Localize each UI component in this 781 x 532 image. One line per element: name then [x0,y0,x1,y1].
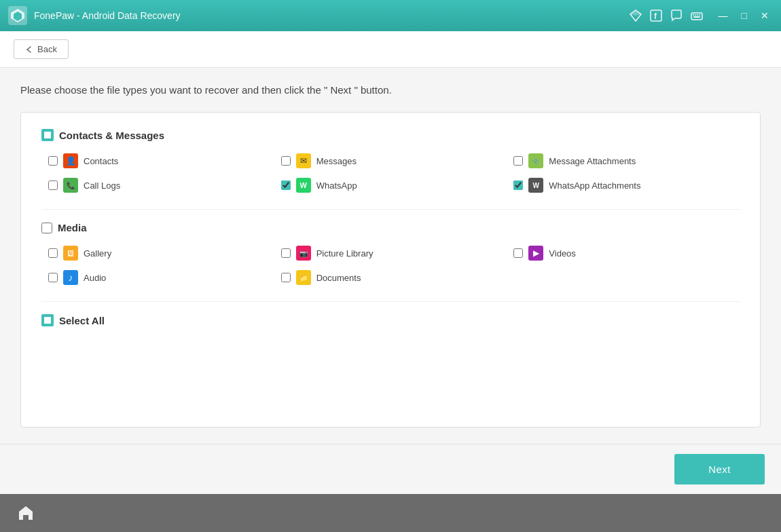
documents-icon: 📁 [296,270,311,285]
picture-library-item: 📷 Picture Library [281,246,507,261]
audio-label: Audio [84,273,106,283]
select-all-divider [41,301,740,302]
contacts-messages-indicator [41,129,54,141]
instruction-text: Please choose the file types you want to… [20,84,761,96]
message-attachments-label: Message Attachments [549,156,636,166]
picture-library-checkbox[interactable] [281,248,291,258]
window-controls[interactable]: — □ ✕ [714,9,773,22]
messages-icon: ✉ [296,153,311,168]
contacts-label: Contacts [84,156,118,166]
diamond-icon [629,9,642,22]
messages-checkbox[interactable] [281,156,291,166]
svg-text:f: f [654,12,657,21]
contacts-icon: 👤 [63,153,78,168]
footer-bar [0,494,781,532]
maximize-button[interactable]: □ [738,9,751,22]
call-logs-label: Call Logs [84,180,120,191]
videos-label: Videos [549,248,576,259]
contacts-messages-label: Contacts & Messages [59,130,164,141]
audio-item: ♪ Audio [48,270,274,285]
call-logs-item: 📞 Call Logs [48,178,274,193]
gallery-label: Gallery [84,248,111,259]
videos-icon: ▶ [528,246,543,261]
message-attachments-checkbox[interactable] [513,156,523,166]
gallery-icon: 🖼 [63,246,78,261]
call-logs-checkbox[interactable] [48,180,58,190]
title-bar-icons: f [629,9,704,22]
app-title: FonePaw - Android Data Recovery [34,10,629,21]
contacts-checkbox[interactable] [48,156,58,166]
media-header: Media [41,222,740,233]
section-divider [41,209,740,210]
messages-label: Messages [316,156,357,166]
videos-item: ▶ Videos [513,246,740,261]
picture-library-label: Picture Library [316,248,374,259]
whatsapp-attachments-item: W WhatsApp Attachments [513,178,740,193]
whatsapp-checkbox[interactable] [281,180,291,190]
documents-item: 📁 Documents [281,270,507,285]
selection-box: Contacts & Messages 👤 Contacts ✉ Message… [20,112,761,428]
whatsapp-attachments-checkbox[interactable] [513,180,523,190]
home-icon [17,504,35,522]
select-all-label: Select All [59,315,105,326]
select-all-indicator [41,314,54,326]
next-button[interactable]: Next [674,454,765,484]
picture-library-icon: 📷 [296,246,311,261]
bottom-bar: Next [0,444,781,494]
app-icon [8,6,27,25]
keyboard-icon [690,9,704,22]
documents-checkbox[interactable] [281,273,291,282]
content-area: Please choose the file types you want to… [0,68,781,444]
gallery-item: 🖼 Gallery [48,246,274,261]
media-label: Media [58,222,87,233]
close-button[interactable]: ✕ [757,9,773,22]
media-section-checkbox[interactable] [41,223,52,233]
call-logs-icon: 📞 [63,178,78,193]
media-grid: 🖼 Gallery 📷 Picture Library ▶ Videos [41,246,740,285]
minimize-button[interactable]: — [714,9,732,22]
title-bar: FonePaw - Android Data Recovery f — □ ✕ [0,0,781,31]
whatsapp-attachments-icon: W [528,178,543,193]
whatsapp-icon: W [296,178,311,193]
message-attachments-icon: 📎 [528,153,543,168]
videos-checkbox[interactable] [513,248,523,258]
whatsapp-item: W WhatsApp [281,178,507,193]
message-attachments-item: 📎 Message Attachments [513,153,740,168]
audio-checkbox[interactable] [48,273,58,282]
facebook-icon: f [649,9,663,22]
contacts-item: 👤 Contacts [48,153,274,168]
top-bar: Back [0,31,781,68]
messages-item: ✉ Messages [281,153,507,168]
chat-icon [670,9,683,22]
documents-label: Documents [316,273,361,283]
whatsapp-label: WhatsApp [316,180,357,191]
back-arrow-icon [25,45,33,54]
contacts-messages-header: Contacts & Messages [41,129,740,141]
gallery-checkbox[interactable] [48,248,58,258]
whatsapp-attachments-label: WhatsApp Attachments [549,180,640,191]
contacts-messages-grid: 👤 Contacts ✉ Messages 📎 Message Attachme… [41,153,740,193]
select-all-header: Select All [41,314,740,326]
back-button[interactable]: Back [14,39,69,59]
audio-icon: ♪ [63,270,78,285]
main-content: Back Please choose the file types you wa… [0,31,781,494]
home-button[interactable] [14,501,38,525]
